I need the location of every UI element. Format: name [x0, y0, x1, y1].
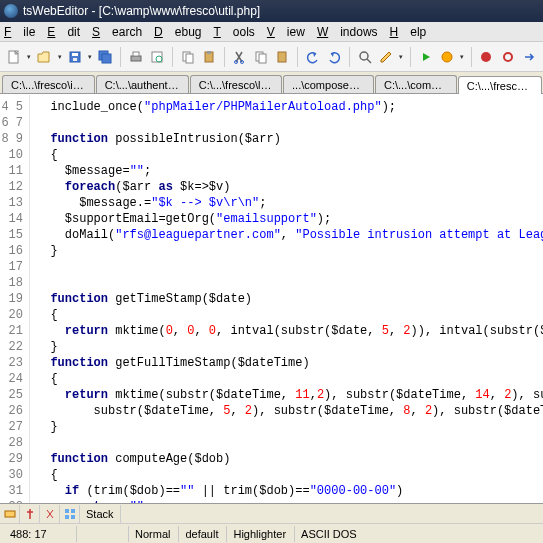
- svg-point-22: [481, 52, 491, 62]
- titlebar: tsWebEditor - [C:\wamp\www\fresco\util.p…: [0, 0, 543, 22]
- separator: [410, 47, 411, 67]
- separator: [349, 47, 350, 67]
- svg-rect-7: [133, 52, 139, 56]
- svg-rect-26: [71, 509, 75, 513]
- menubar: File Edit Search Debug Tools View Window…: [0, 22, 543, 42]
- file-tab[interactable]: C:\...\fresco\util.php: [458, 76, 542, 94]
- svg-rect-5: [102, 54, 111, 63]
- editor[interactable]: 4 5 6 7 8 9 10 11 12 13 14 15 16 17 18 1…: [0, 94, 543, 503]
- menu-view[interactable]: View: [267, 25, 305, 39]
- line-gutter: 4 5 6 7 8 9 10 11 12 13 14 15 16 17 18 1…: [0, 95, 30, 503]
- svg-point-19: [360, 52, 368, 60]
- svg-point-21: [442, 52, 452, 62]
- separator: [224, 47, 225, 67]
- toolbar: ▾ ▾ ▾ ▾ ▾: [0, 42, 543, 72]
- copy2-button[interactable]: [251, 46, 271, 68]
- svg-rect-25: [65, 509, 69, 513]
- save-button[interactable]: [65, 46, 85, 68]
- find-button[interactable]: [355, 46, 375, 68]
- menu-windows[interactable]: Windows: [317, 25, 378, 39]
- status-mode: Normal: [128, 526, 176, 542]
- statusbar: 488: 17 Normal default Highlighter ASCII…: [0, 523, 543, 543]
- svg-rect-24: [5, 511, 15, 517]
- svg-rect-2: [72, 53, 78, 56]
- code-area[interactable]: include_once("phpMailer/PHPMailerAutoloa…: [30, 95, 543, 503]
- tab-stack[interactable]: Stack: [80, 505, 121, 523]
- svg-point-23: [504, 53, 512, 61]
- status-highlighter: Highlighter: [226, 526, 292, 542]
- cut-button[interactable]: [230, 46, 250, 68]
- svg-rect-13: [207, 51, 211, 54]
- open-dropdown[interactable]: ▾: [56, 53, 63, 61]
- menu-help[interactable]: Help: [390, 25, 427, 39]
- menu-file[interactable]: File: [4, 25, 35, 39]
- separator: [297, 47, 298, 67]
- window-title: tsWebEditor - [C:\wamp\www\fresco\util.p…: [23, 4, 260, 18]
- file-tab[interactable]: C:\...\fresco\index.php: [2, 75, 95, 93]
- copy-button[interactable]: [178, 46, 198, 68]
- menu-edit[interactable]: Edit: [47, 25, 80, 39]
- debug-button[interactable]: [437, 46, 457, 68]
- debug-dropdown[interactable]: ▾: [459, 53, 466, 61]
- svg-rect-18: [278, 52, 286, 62]
- tab-messages-icon[interactable]: [0, 505, 20, 523]
- file-tabbar: C:\...\fresco\index.phpC:\...\authentica…: [0, 72, 543, 94]
- app-icon: [4, 4, 18, 18]
- svg-rect-27: [65, 515, 69, 519]
- tab-pin-icon[interactable]: [20, 505, 40, 523]
- status-theme: default: [178, 526, 224, 542]
- separator: [172, 47, 173, 67]
- print-button[interactable]: [126, 46, 146, 68]
- redo-button[interactable]: [325, 46, 345, 68]
- tab-cut-icon[interactable]: [40, 505, 60, 523]
- open-file-button[interactable]: [35, 46, 55, 68]
- file-tab[interactable]: C:\...\company.php: [375, 75, 457, 93]
- new-dropdown[interactable]: ▾: [26, 53, 33, 61]
- step-button[interactable]: [520, 46, 540, 68]
- save-dropdown[interactable]: ▾: [87, 53, 94, 61]
- file-tab[interactable]: C:\...\authenticate.php: [96, 75, 189, 93]
- svg-rect-11: [186, 54, 193, 63]
- menu-search[interactable]: Search: [92, 25, 142, 39]
- undo-button[interactable]: [303, 46, 323, 68]
- svg-rect-6: [131, 56, 141, 61]
- stop-button[interactable]: [477, 46, 497, 68]
- menu-debug[interactable]: Debug: [154, 25, 201, 39]
- separator: [120, 47, 121, 67]
- status-position: 488: 17: [4, 526, 74, 542]
- paste-button[interactable]: [199, 46, 219, 68]
- edit-button[interactable]: [376, 46, 396, 68]
- edit-dropdown[interactable]: ▾: [398, 53, 405, 61]
- svg-rect-3: [73, 58, 77, 61]
- file-tab[interactable]: C:\...\fresco\login.html: [190, 75, 282, 93]
- tab-grid-icon[interactable]: [60, 505, 80, 523]
- preview-button[interactable]: [147, 46, 167, 68]
- svg-rect-17: [259, 54, 266, 63]
- breakpoint-button[interactable]: [498, 46, 518, 68]
- save-all-button[interactable]: [96, 46, 116, 68]
- status-blank: [76, 526, 126, 542]
- menu-tools[interactable]: Tools: [213, 25, 254, 39]
- bottom-tabbar: Stack: [0, 503, 543, 523]
- file-tab[interactable]: ...\composeemail.php: [283, 75, 374, 93]
- svg-line-20: [367, 59, 371, 63]
- paste2-button[interactable]: [273, 46, 293, 68]
- new-file-button[interactable]: [4, 46, 24, 68]
- separator: [471, 47, 472, 67]
- svg-rect-28: [71, 515, 75, 519]
- status-encoding: ASCII DOS: [294, 526, 363, 542]
- run-button[interactable]: [416, 46, 436, 68]
